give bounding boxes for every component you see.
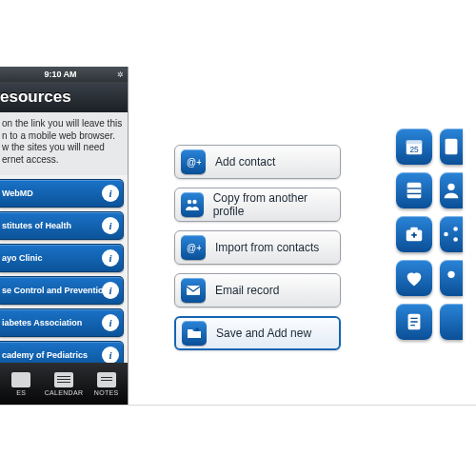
- svg-point-1: [188, 200, 191, 204]
- heart-icon[interactable]: [396, 260, 432, 296]
- svg-point-15: [444, 232, 448, 237]
- svg-text:@+: @+: [187, 157, 201, 168]
- info-icon[interactable]: i: [102, 217, 119, 234]
- import-contacts-button[interactable]: @+ Import from contacts: [174, 230, 341, 265]
- resource-item[interactable]: stitutes of Health i: [0, 211, 124, 240]
- resource-label: ayo Clinic: [2, 253, 43, 263]
- info-icon[interactable]: i: [102, 282, 119, 299]
- instructions-text: on the link you will leave this n to a m…: [0, 112, 128, 175]
- svg-rect-6: [407, 141, 423, 145]
- resource-label: WebMD: [2, 188, 33, 198]
- save-add-new-button[interactable]: Save and Add new: [174, 316, 341, 350]
- envelope-icon: [181, 278, 206, 303]
- svg-point-18: [447, 271, 454, 278]
- button-label: Email record: [215, 284, 279, 297]
- tab-label: ES: [16, 389, 26, 396]
- button-label: Add contact: [215, 155, 275, 169]
- medkit-icon[interactable]: [396, 216, 432, 252]
- people-icon: [181, 192, 204, 217]
- clipboard-icon[interactable]: [440, 129, 463, 165]
- info-icon[interactable]: i: [102, 185, 119, 202]
- tab-calendar[interactable]: CALENDAR: [43, 363, 86, 405]
- button-label: Copy from another profile: [213, 191, 330, 218]
- resource-item[interactable]: iabetes Association i: [0, 308, 124, 337]
- tab-bar: ES CALENDAR NOTES: [0, 363, 128, 405]
- at-plus-icon: @+: [181, 149, 206, 174]
- resource-item[interactable]: se Control and Prevention i: [0, 276, 124, 305]
- email-record-button[interactable]: Email record: [174, 273, 341, 307]
- copy-profile-button[interactable]: Copy from another profile: [174, 188, 341, 222]
- resource-label: stitutes of Health: [2, 221, 71, 230]
- tab-files[interactable]: ES: [0, 363, 43, 405]
- icon-grid: 25: [396, 129, 476, 340]
- svg-text:25: 25: [409, 146, 419, 154]
- svg-point-12: [447, 184, 454, 190]
- phone-screen: 9:10 AM ✲ esources on the link you will …: [0, 67, 129, 405]
- button-label: Import from contacts: [215, 241, 319, 254]
- bluetooth-icon: ✲: [117, 70, 124, 79]
- action-button-list: @+ Add contact Copy from another profile…: [174, 145, 341, 359]
- svg-point-16: [453, 227, 458, 231]
- resource-label: cademy of Pediatrics: [2, 350, 88, 360]
- notes-icon: [97, 372, 116, 387]
- svg-point-17: [453, 237, 458, 242]
- info-icon[interactable]: i: [102, 347, 119, 364]
- person-icon[interactable]: [440, 260, 463, 296]
- folder-plus-icon: [182, 321, 207, 346]
- info-icon[interactable]: i: [102, 314, 119, 331]
- resource-label: se Control and Prevention: [2, 286, 109, 295]
- nav-title: esources: [0, 82, 128, 112]
- at-plus-icon: @+: [181, 235, 206, 260]
- user-icon[interactable]: [440, 172, 463, 208]
- svg-rect-11: [407, 193, 422, 194]
- notes-icon[interactable]: [396, 304, 432, 340]
- resource-item[interactable]: WebMD i: [0, 179, 124, 208]
- blank-icon[interactable]: [440, 304, 463, 340]
- svg-rect-10: [407, 188, 422, 188]
- status-time: 9:10 AM: [44, 69, 76, 79]
- calendar-icon[interactable]: 25: [396, 129, 432, 165]
- separator: [0, 405, 476, 406]
- add-contact-button[interactable]: @+ Add contact: [174, 145, 341, 179]
- button-label: Save and Add new: [216, 327, 311, 340]
- tab-notes[interactable]: NOTES: [85, 363, 128, 405]
- svg-rect-9: [407, 183, 422, 199]
- resource-item[interactable]: ayo Clinic i: [0, 244, 124, 272]
- info-icon[interactable]: i: [102, 249, 119, 267]
- svg-point-2: [192, 200, 196, 204]
- files-icon: [11, 372, 30, 387]
- svg-rect-4: [187, 286, 200, 295]
- svg-rect-14: [410, 228, 417, 231]
- calendar-icon: [54, 372, 73, 387]
- status-bar: 9:10 AM ✲: [0, 67, 128, 82]
- svg-rect-8: [446, 139, 458, 155]
- cabinet-icon[interactable]: [396, 172, 432, 208]
- share-icon[interactable]: [440, 216, 463, 252]
- tab-label: NOTES: [94, 389, 119, 396]
- resource-list: WebMD i stitutes of Health i ayo Clinic …: [0, 179, 128, 369]
- resource-label: iabetes Association: [2, 318, 82, 327]
- svg-text:@+: @+: [187, 243, 201, 253]
- tab-label: CALENDAR: [45, 389, 84, 396]
